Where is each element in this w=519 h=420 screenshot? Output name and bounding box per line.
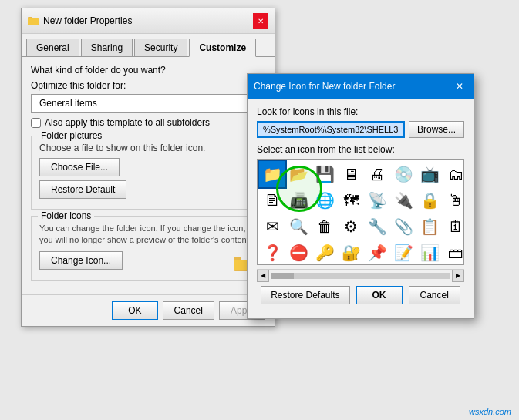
icon-cell-3[interactable]: 🖥: [338, 161, 364, 187]
tab-general[interactable]: General: [26, 39, 79, 56]
scroll-track[interactable]: [271, 273, 450, 279]
icon-cell-5[interactable]: 💿: [390, 161, 416, 187]
folder-props-cancel-button[interactable]: Cancel: [163, 301, 214, 320]
icon-grid-container: 📁📂💾🖥🖨💿📺🗂📄🖹📠🌐🗺📡🔌🔒🖱💻✉🔍🗑⚙🔧📎📋🗓🔔❓⛔🔑🔐📌📝📊🗃🖼: [257, 159, 464, 265]
folder-props-tabs: General Sharing Security Customize: [22, 34, 275, 56]
icon-cell-30[interactable]: 🔐: [338, 240, 364, 265]
icon-cell-24[interactable]: 📋: [416, 213, 443, 240]
watermark: wsxdn.com: [469, 407, 511, 416]
folder-pictures-desc: Choose a file to show on this folder ico…: [39, 143, 257, 153]
file-row: Browse...: [257, 121, 464, 138]
icon-cell-13[interactable]: 📡: [364, 187, 390, 213]
folder-icons-desc: You can change the folder icon. If you c…: [39, 223, 257, 247]
icon-cell-22[interactable]: 🔧: [364, 213, 390, 240]
folder-props-title: New folder Properties: [43, 15, 132, 26]
icon-cell-1[interactable]: 📂: [285, 161, 312, 187]
icon-cell-21[interactable]: ⚙: [338, 213, 364, 240]
folder-props-titlebar: New folder Properties ✕: [22, 8, 275, 34]
icon-cell-19[interactable]: 🔍: [285, 213, 312, 240]
apply-template-row: Also apply this template to all subfolde…: [31, 117, 265, 128]
icon-cell-6[interactable]: 📺: [416, 161, 443, 187]
icon-cell-2[interactable]: 💾: [312, 161, 338, 187]
scroll-right-arrow[interactable]: ▶: [452, 270, 464, 282]
apply-template-checkbox[interactable]: [31, 118, 41, 128]
icon-cell-15[interactable]: 🔒: [416, 187, 443, 213]
folder-title-icon: [28, 16, 39, 25]
icon-cell-33[interactable]: 📊: [416, 240, 443, 265]
icon-cell-28[interactable]: ⛔: [285, 240, 312, 265]
folder-properties-dialog: New folder Properties ✕ General Sharing …: [21, 8, 275, 327]
ci-ok-button[interactable]: OK: [356, 286, 403, 304]
icon-cell-16[interactable]: 🖱: [443, 187, 464, 213]
icon-cell-32[interactable]: 📝: [390, 240, 416, 265]
folder-props-ok-button[interactable]: OK: [112, 301, 157, 320]
horizontal-scrollbar[interactable]: ◀ ▶: [257, 269, 464, 281]
icon-cell-18[interactable]: ✉: [259, 213, 285, 240]
change-icon-content: Look for icons in this file: Browse... S…: [248, 99, 474, 318]
icon-cell-14[interactable]: 🔌: [390, 187, 416, 213]
folder-props-bottom-buttons: OK Cancel Apply: [22, 294, 275, 326]
icon-cell-23[interactable]: 📎: [390, 213, 416, 240]
folder-icons-label: Folder icons: [38, 210, 94, 221]
change-icon-bottom-buttons: Restore Defaults OK Cancel: [257, 281, 464, 311]
change-icon-title: Change Icon for New folder Folder: [254, 81, 395, 92]
icon-cell-20[interactable]: 🗑: [312, 213, 338, 240]
icon-cell-12[interactable]: 🗺: [338, 187, 364, 213]
icon-cell-10[interactable]: 📠: [285, 187, 312, 213]
look-for-label: Look for icons in this file:: [257, 106, 464, 117]
icon-cell-25[interactable]: 🗓: [443, 213, 464, 240]
choose-file-button[interactable]: Choose File...: [39, 158, 120, 176]
icon-cell-29[interactable]: 🔑: [312, 240, 338, 265]
apply-template-label: Also apply this template to all subfolde…: [45, 117, 210, 128]
folder-pictures-group: Folder pictures Choose a file to show on…: [31, 136, 265, 210]
titlebar-left: New folder Properties: [28, 15, 132, 26]
tab-customize[interactable]: Customize: [189, 39, 256, 57]
change-icon-dialog: Change Icon for New folder Folder ✕ Look…: [247, 73, 474, 319]
svg-rect-2: [28, 18, 39, 25]
change-icon-button[interactable]: Change Icon...: [39, 251, 123, 270]
ci-cancel-button[interactable]: Cancel: [409, 286, 460, 304]
icon-cell-4[interactable]: 🖨: [364, 161, 390, 187]
change-icon-close-button[interactable]: ✕: [452, 79, 467, 94]
icon-cell-31[interactable]: 📌: [364, 240, 390, 265]
change-icon-titlebar: Change Icon for New folder Folder ✕: [248, 74, 474, 99]
select-icon-label: Select an icon from the list below:: [257, 144, 464, 155]
icon-cell-34[interactable]: 🗃: [443, 240, 464, 265]
browse-button[interactable]: Browse...: [409, 121, 464, 138]
folder-props-content: What kind of folder do you want? Optimiz…: [22, 56, 275, 294]
icon-cell-0[interactable]: 📁: [259, 161, 285, 187]
question-label: What kind of folder do you want?: [31, 65, 265, 76]
icon-cell-27[interactable]: ❓: [259, 240, 285, 265]
icon-cell-9[interactable]: 🖹: [259, 187, 285, 213]
icon-grid: 📁📂💾🖥🖨💿📺🗂📄🖹📠🌐🗺📡🔌🔒🖱💻✉🔍🗑⚙🔧📎📋🗓🔔❓⛔🔑🔐📌📝📊🗃🖼: [258, 160, 463, 265]
optimize-dropdown[interactable]: General items: [31, 94, 265, 113]
restore-default-button[interactable]: Restore Default: [39, 180, 126, 199]
scroll-thumb: [271, 273, 294, 279]
scroll-left-arrow[interactable]: ◀: [257, 270, 269, 282]
folder-icons-group: Folder icons You can change the folder i…: [31, 216, 265, 281]
tab-sharing[interactable]: Sharing: [81, 39, 133, 56]
icon-cell-7[interactable]: 🗂: [443, 161, 464, 187]
folder-pictures-label: Folder pictures: [38, 130, 105, 141]
icon-cell-11[interactable]: 🌐: [312, 187, 338, 213]
optimize-label: Optimize this folder for:: [31, 80, 265, 91]
tab-security[interactable]: Security: [134, 39, 187, 56]
file-path-input[interactable]: [257, 121, 405, 138]
folder-props-close-button[interactable]: ✕: [253, 13, 268, 29]
ci-restore-defaults-button[interactable]: Restore Defaults: [261, 286, 349, 304]
